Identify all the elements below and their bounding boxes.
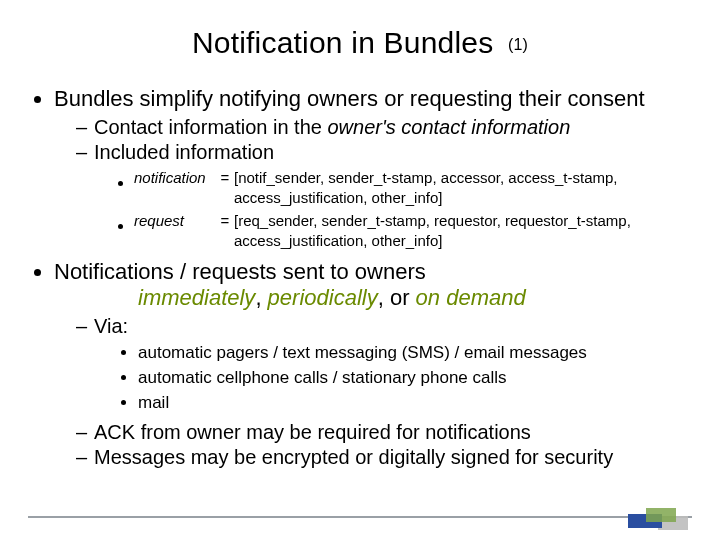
- sub-via-text: Via:: [94, 315, 128, 337]
- val-2a: [req_sender, sender_t-stamp, requestor, …: [234, 211, 631, 231]
- sub-encrypt: Messages may be encrypted or digitally s…: [76, 446, 692, 469]
- bullet-list-level2b: Via: automatic pagers / text messaging (…: [54, 315, 692, 469]
- mode-3: on demand: [416, 285, 526, 310]
- eq-2: =: [216, 211, 234, 231]
- sep-1: ,: [255, 285, 267, 310]
- via-2: automatic cellphone calls / stationary p…: [138, 367, 692, 390]
- sub-ack-text: ACK from owner may be required for notif…: [94, 421, 531, 443]
- term-2: request: [134, 211, 216, 231]
- bullet-1: Bundles simplify notifying owners or req…: [54, 86, 692, 251]
- slide: Notification in Bundles (1) Bundles simp…: [0, 0, 720, 540]
- sub-2-text: Included information: [94, 141, 274, 163]
- sub-1-text: Contact information in the: [94, 116, 327, 138]
- sub-via: Via: automatic pagers / text messaging (…: [76, 315, 692, 415]
- title-sub: (1): [508, 36, 528, 53]
- sep-2: , or: [378, 285, 416, 310]
- via-3: mail: [138, 392, 692, 415]
- footer-line: [28, 516, 692, 518]
- bullet-list-level3: notification = [notif_sender, sender_t-s…: [94, 168, 692, 251]
- footer-logo: [628, 508, 692, 530]
- wrap-li: Via: automatic pagers / text messaging (…: [54, 315, 692, 469]
- logo-block-green: [646, 508, 676, 522]
- sub-ack: ACK from owner may be required for notif…: [76, 421, 692, 444]
- modes-line: immediately, periodically, or on demand: [138, 285, 692, 311]
- footer-decoration: [0, 502, 720, 530]
- title-text: Notification in Bundles: [192, 26, 493, 59]
- via-list: automatic pagers / text messaging (SMS) …: [94, 342, 692, 415]
- bullet-1-text: Bundles simplify notifying owners or req…: [54, 86, 645, 111]
- term-1: notification: [134, 168, 216, 188]
- sub-1: Contact information in the owner's conta…: [76, 116, 692, 139]
- mode-1: immediately: [138, 285, 255, 310]
- bullet-2: Notifications / requests sent to owners: [54, 259, 692, 285]
- bullet-2-children-wrap: Via: automatic pagers / text messaging (…: [28, 315, 692, 469]
- bullet-2-text: Notifications / requests sent to owners: [54, 259, 426, 284]
- sub-2: Included information notification = [not…: [76, 141, 692, 251]
- def-notification: notification = [notif_sender, sender_t-s…: [134, 168, 692, 209]
- def-table-2: request = [req_sender, sender_t-stamp, r…: [134, 211, 631, 252]
- bullet-list-level1: Bundles simplify notifying owners or req…: [28, 86, 692, 285]
- def-request: request = [req_sender, sender_t-stamp, r…: [134, 211, 692, 252]
- bullet-list-level2: Contact information in the owner's conta…: [54, 116, 692, 251]
- val-1b: access_justification, other_info]: [234, 188, 618, 208]
- slide-title: Notification in Bundles (1): [28, 26, 692, 60]
- val-1a: [notif_sender, sender_t-stamp, accessor,…: [234, 168, 618, 188]
- eq-1: =: [216, 168, 234, 188]
- sub-1-em: owner's contact information: [327, 116, 570, 138]
- via-1: automatic pagers / text messaging (SMS) …: [138, 342, 692, 365]
- sub-encrypt-text: Messages may be encrypted or digitally s…: [94, 446, 613, 468]
- mode-2: periodically: [268, 285, 378, 310]
- def-table-1: notification = [notif_sender, sender_t-s…: [134, 168, 618, 209]
- val-2b: access_justification, other_info]: [234, 231, 631, 251]
